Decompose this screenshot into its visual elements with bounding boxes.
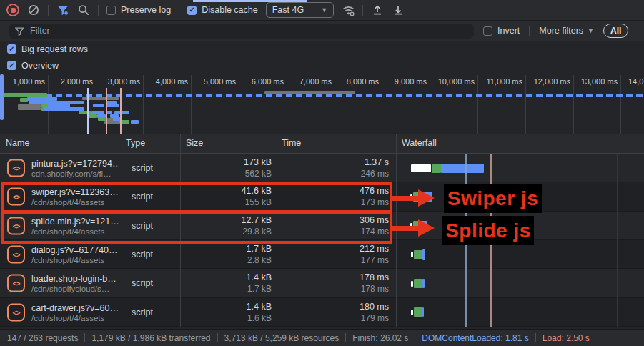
clear-button[interactable] (27, 4, 40, 16)
annotation-box-splide (1, 212, 392, 244)
column-header-size[interactable]: Size (186, 134, 203, 152)
request-path: cdn.shopify.com/s/fi… (31, 169, 119, 178)
more-filters-dropdown[interactable]: More filters ▼ (539, 26, 594, 36)
network-conditions-icon (342, 4, 355, 16)
overview-bar (89, 114, 97, 118)
preserve-log-label: Preserve log (121, 5, 171, 15)
network-options: Big request rows Overview (0, 41, 300, 74)
toolbar-divider (48, 5, 49, 16)
column-header-waterfall[interactable]: Waterfall (402, 134, 437, 152)
ruler-tick-label: 8,000 ms (329, 77, 379, 87)
filterbar-divider (638, 26, 638, 36)
request-path: /cdn/shopifycloud/s… (31, 285, 119, 293)
ruler-tick-label: 5,000 ms (186, 77, 236, 87)
request-name: pintura.js?v=172794… (31, 159, 119, 169)
filter-toggle-button[interactable] (56, 4, 69, 16)
status-divider (84, 333, 85, 342)
upload-icon (372, 4, 383, 16)
request-time-cell: 212 ms177 ms (279, 240, 396, 269)
request-waterfall-cell (397, 269, 644, 297)
throttling-select[interactable]: Fast 4G ▼ (266, 2, 334, 18)
record-icon (6, 4, 19, 16)
request-waterfall-cell (397, 298, 644, 327)
toolbar-divider (98, 5, 99, 16)
status-item: Load: 2.50 s (543, 333, 590, 343)
request-name-cell: <> pintura.js?v=172794… cdn.shopify.com/… (0, 154, 122, 182)
checkbox-icon (187, 6, 197, 15)
annotation-label-splide: Splide js (442, 216, 534, 245)
request-row[interactable]: <> pintura.js?v=172794… cdn.shopify.com/… (0, 154, 644, 182)
filter-placeholder: Filter (30, 26, 50, 36)
overview-bar (264, 91, 355, 94)
request-row[interactable]: <> cart-drawer.js?v=60… /cdn/shop/t/4/as… (0, 298, 644, 327)
request-name: cart-drawer.js?v=60… (31, 302, 119, 312)
preserve-log-checkbox[interactable]: Preserve log (106, 5, 171, 15)
annotation-arrowhead-splide (418, 219, 435, 237)
request-path: /cdn/shop/t/4/assets (31, 256, 119, 265)
annotation-arrow-swiper (391, 196, 420, 201)
overview-bar (18, 107, 41, 110)
filter-funnel-icon (57, 4, 69, 16)
invert-checkbox[interactable]: Invert (483, 26, 520, 36)
annotation-box-swiper (1, 182, 392, 213)
column-header-time[interactable]: Time (282, 134, 301, 152)
filter-funnel-icon (15, 26, 24, 36)
request-type-cell: script (122, 298, 180, 327)
ruler-tick-label: 12,000 ms (520, 77, 570, 87)
overview-bar (106, 104, 119, 107)
overview-load-line (120, 88, 122, 134)
request-type-cell: script (122, 269, 180, 297)
ruler-tick-label: 14,0 (628, 77, 644, 87)
status-divider (535, 333, 536, 342)
download-icon (392, 4, 404, 16)
status-item: Finish: 26.02 s (352, 333, 408, 343)
waterfall-bar (411, 252, 413, 257)
request-size-cell: 1.4 kB1.6 kB (180, 298, 279, 327)
request-path: /cdn/shop/t/4/assets (31, 313, 119, 322)
column-header-type[interactable]: Type (126, 134, 145, 152)
status-item: 1,179 kB / 1,986 kB transferred (91, 333, 210, 343)
request-size-cell: 173 kB562 kB (180, 154, 279, 182)
status-divider (217, 333, 218, 342)
request-waterfall-cell (397, 154, 644, 182)
export-har-button[interactable] (392, 4, 405, 16)
checkbox-icon (106, 6, 116, 15)
request-time-cell: 180 ms179 ms (279, 298, 396, 327)
request-row[interactable]: <> loader.shop-login-b… /cdn/shopifyclou… (0, 269, 644, 297)
toolbar-divider (362, 5, 363, 16)
disable-cache-label: Disable cache (202, 5, 258, 15)
disable-cache-checkbox[interactable]: Disable cache (187, 5, 258, 15)
invert-label: Invert (497, 26, 520, 36)
overview-drag-handle[interactable] (0, 74, 4, 120)
search-button[interactable] (77, 4, 90, 16)
request-type-cell: script (122, 154, 180, 182)
overview-checkbox[interactable]: Overview (7, 61, 300, 71)
filter-input[interactable]: Filter (9, 24, 474, 39)
table-header: Name Type Size Time Waterfall (0, 134, 644, 154)
ruler-tick-label: 7,000 ms (282, 77, 332, 87)
checkbox-icon (7, 61, 16, 70)
network-conditions-button[interactable] (342, 4, 355, 16)
overview-label: Overview (21, 61, 59, 71)
checkbox-icon (483, 26, 492, 36)
network-toolbar: Preserve log Disable cache Fast 4G ▼ (0, 0, 644, 20)
filter-bar: Filter Invert More filters ▼ All F (0, 20, 644, 41)
import-har-button[interactable] (371, 4, 384, 16)
ruler-tick-label: 11,000 ms (472, 77, 522, 87)
waterfall-bar (411, 164, 431, 172)
filter-chip-all[interactable]: All (603, 24, 628, 38)
overview-domcontentloaded-line (87, 88, 89, 134)
timeline-overview[interactable]: 1,000 ms2,000 ms3,000 ms4,000 ms5,000 ms… (0, 74, 644, 134)
request-row[interactable]: <> dialog.js?v=617740… /cdn/shop/t/4/ass… (0, 240, 644, 269)
clear-icon (28, 4, 39, 16)
status-divider (415, 333, 415, 342)
overview-pending-request-line (46, 94, 644, 97)
big-request-rows-checkbox[interactable]: Big request rows (7, 44, 300, 54)
ruler-tick-label: 6,000 ms (234, 77, 284, 87)
record-button[interactable] (6, 4, 19, 16)
checkbox-icon (7, 44, 16, 54)
column-header-name[interactable]: Name (6, 134, 29, 152)
waterfall-bar (422, 249, 425, 260)
request-type-cell: script (122, 240, 180, 269)
waterfall-bar (411, 310, 413, 315)
